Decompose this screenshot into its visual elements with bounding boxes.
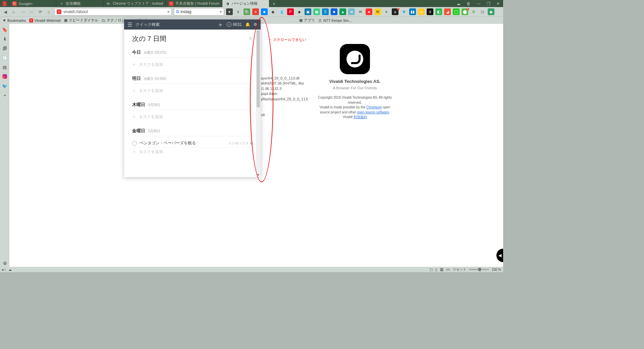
add-task-row[interactable]: ＋タスクを追加	[132, 113, 253, 121]
history-panel-icon[interactable]: 🕘	[2, 55, 8, 61]
settings-icon[interactable]: ⚙	[2, 260, 8, 266]
tab-3[interactable]: V不具合報告 | Vivaldi Forum	[166, 0, 222, 7]
task-checkbox[interactable]	[132, 141, 137, 146]
add-task-row[interactable]: ＋タスクを追加	[132, 87, 253, 95]
cloud-icon[interactable]: ☁	[457, 1, 461, 6]
panel-toggle-icon[interactable]: ▸□	[2, 268, 6, 271]
back-button[interactable]: ◀	[2, 8, 9, 15]
notifications-icon[interactable]: 🔔	[245, 22, 250, 27]
task-project: インボックス	[228, 141, 253, 146]
rewind-button[interactable]: ⏮	[19, 8, 26, 15]
ext-pinterest-icon[interactable]: P	[287, 8, 294, 15]
ext-icon[interactable]: S	[322, 8, 329, 15]
view-title: 次の 7 日間	[132, 34, 166, 43]
ext-trello-icon[interactable]: ▮▮	[409, 8, 416, 15]
image-toggle-icon[interactable]: 🖼	[440, 268, 443, 271]
ext-icon[interactable]: ✱	[400, 8, 407, 15]
ext-icon[interactable]: 💧	[278, 8, 285, 15]
zoom-reset[interactable]: リセット	[453, 267, 466, 272]
oss-link[interactable]: open source software	[357, 110, 389, 114]
scrollbar[interactable]: ▼	[256, 30, 261, 177]
maximize-button[interactable]: ❐	[487, 1, 490, 6]
ext-evernote-icon[interactable]: 🐘	[244, 8, 250, 15]
reload-button[interactable]: ⟳	[37, 8, 44, 15]
instagram-panel-icon[interactable]	[2, 73, 8, 80]
task-title: ペンタゴン・ペーパーズを観る	[140, 140, 196, 146]
ext-drive-icon[interactable]: ▲	[339, 8, 346, 15]
ext-icon[interactable]: ◉	[270, 8, 276, 15]
add-task-row[interactable]: ＋タスクを追加	[132, 60, 253, 69]
tab-0[interactable]: GGoogle+	[9, 0, 56, 7]
downloads-panel-icon[interactable]: ⬇	[2, 36, 8, 42]
ext-icon[interactable]: ■	[261, 8, 268, 15]
sync-icon[interactable]: ☁	[8, 268, 12, 271]
ext-recycle-icon[interactable]: ♻	[470, 8, 477, 15]
ext-icon[interactable]: ◉	[488, 8, 494, 15]
trash-icon[interactable]: 🗑	[467, 1, 471, 6]
vivaldi-menu[interactable]	[0, 0, 9, 7]
tab-label: 不具合報告 | Vivaldi Forum	[175, 1, 219, 6]
fastforward-button[interactable]: ⏭	[28, 8, 35, 15]
bookmarks-panel-icon[interactable]: 🔖	[2, 27, 8, 33]
ext-icon[interactable]: ◆	[296, 8, 303, 15]
search-field[interactable]: Ginstag▾	[174, 8, 224, 15]
ext-amazon-icon[interactable]: a	[392, 8, 398, 15]
ext-icon[interactable]: M	[374, 8, 381, 15]
ext-icon[interactable]: ◧	[435, 8, 442, 15]
tile-icon[interactable]: ▢	[430, 268, 433, 271]
ext-icon[interactable]: ▦	[313, 8, 320, 15]
ext-todoist-icon[interactable]: ≡	[252, 8, 259, 15]
add-panel-icon[interactable]: ＋	[2, 92, 8, 98]
ext-icon[interactable]: ☺	[418, 8, 425, 15]
twitter-panel-icon[interactable]: 🐦	[2, 83, 8, 89]
bookmark-item[interactable]: VVivaldi Webmail	[29, 18, 61, 22]
menu-icon[interactable]: ☰	[127, 21, 132, 28]
add-task-icon[interactable]: ＋	[217, 20, 223, 29]
new-tab-button[interactable]: +	[269, 0, 279, 7]
address-bar: ◀ ▶ ⏮ ⏭ ⟳ ⌂ Vvivaldi://about▾ Ginstag▾ ▾…	[0, 7, 503, 16]
bookmark-item[interactable]: ▦アプリ	[299, 18, 315, 23]
ext-gmail-icon[interactable]: ✉	[357, 8, 364, 15]
status-bar: ▸□ ☁ ▢ ▯ 🖼 <> リセット 100 %	[0, 267, 503, 272]
close-button[interactable]: ✕	[496, 1, 500, 6]
ext-pocket-icon[interactable]: ▾	[226, 8, 233, 15]
ext-icon[interactable]: ▣	[305, 8, 311, 15]
home-button[interactable]: ⌂	[46, 8, 52, 15]
notes-panel-icon[interactable]: 🗐	[2, 45, 8, 51]
ext-icon[interactable]: ◳	[479, 8, 486, 15]
page-actions-icon[interactable]: <>	[446, 268, 450, 271]
task-row[interactable]: ペンタゴン・ペーパーズを観る インボックス	[132, 139, 253, 148]
add-task-row[interactable]: ＋タスクを追加	[132, 148, 253, 156]
day-section: 明日水曜日 3月28日 ＋タスクを追加	[132, 76, 253, 95]
window-panel-icon[interactable]: ▤	[2, 64, 8, 70]
bookmark-item[interactable]: 🗋NTT Kenpo Sm...	[318, 18, 352, 22]
bookmark-item[interactable]: ▦スピードダイヤル	[64, 18, 98, 23]
scrollbar-thumb[interactable]	[257, 30, 260, 107]
karma-icon[interactable]: ✓6631	[227, 22, 242, 27]
bookmark-item[interactable]: ★Bookmarks	[3, 18, 26, 22]
ext-feedly-icon[interactable]: ⬤1	[462, 8, 468, 15]
terms-link[interactable]: 利用規約	[354, 115, 367, 119]
tab-1[interactable]: ★拡張機能	[56, 0, 103, 7]
tile-icon[interactable]: ▯	[435, 268, 437, 271]
ext-instapaper-icon[interactable]: I	[235, 8, 241, 15]
ext-icon[interactable]: ◢	[444, 8, 451, 15]
tab-strip: GGoogle+ ★拡張機能 🛍Chrome ウェブストア - todoist …	[0, 0, 503, 7]
zoom-slider[interactable]	[469, 269, 489, 270]
close-icon[interactable]: ✕	[248, 36, 253, 42]
ext-icon[interactable]: ●	[366, 8, 372, 15]
ext-icon[interactable]: ≋	[348, 8, 355, 15]
ext-buffer-icon[interactable]: ≡	[383, 8, 390, 15]
forward-button[interactable]: ▶	[11, 8, 17, 15]
scroll-down-arrow[interactable]: ▼	[257, 173, 260, 177]
quick-search[interactable]: クイック検索	[136, 22, 160, 28]
ext-icon[interactable]: ■	[331, 8, 337, 15]
ext-icon[interactable]: ◯	[453, 8, 460, 15]
settings-gear-icon[interactable]: ⚙	[254, 22, 257, 27]
ext-digg-icon[interactable]: d	[427, 8, 433, 15]
tab-4[interactable]: ◑バージョン情報	[222, 0, 269, 7]
url-field[interactable]: Vvivaldi://about▾	[54, 8, 172, 15]
chromium-link[interactable]: Chromium	[366, 105, 382, 109]
minimize-button[interactable]: —	[477, 1, 481, 6]
tab-2[interactable]: 🛍Chrome ウェブストア - todoist	[103, 0, 166, 7]
